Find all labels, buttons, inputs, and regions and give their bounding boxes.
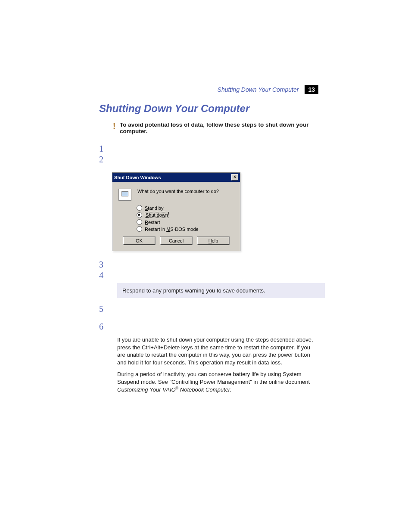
shutdown-dialog: Shut Down Windows × What do you want the… [112,172,240,251]
help-button[interactable]: Help [197,237,229,245]
document-page: Shutting Down Your Computer 13 Shutting … [0,0,411,532]
step-4: 4 [99,271,318,280]
header-rule [99,82,318,82]
close-icon[interactable]: × [231,174,238,180]
step-5: 5 [99,304,318,314]
step-6: 6 [99,322,318,332]
paragraph-unable: If you are unable to shut down your comp… [117,336,318,366]
section-title: Shutting Down Your Computer [99,103,318,115]
step-3: 3 [99,260,318,270]
option-shutdown[interactable]: Shut down [137,212,234,218]
dialog-body: What do you want the computer to do? Sta… [112,182,240,251]
dialog-title: Shut Down Windows [114,175,161,180]
dialog-question: What do you want the computer to do? [137,189,219,194]
ok-button[interactable]: OK [123,237,155,245]
running-header: Shutting Down Your Computer 13 [218,85,318,94]
step-number: 2 [99,155,105,165]
option-restart[interactable]: Restart [137,219,234,225]
monitor-icon [118,189,131,201]
dialog-titlebar: Shut Down Windows × [112,173,240,182]
paragraph-suspend: During a period of inactivity, you can c… [117,370,318,394]
steps-list: 1 2 Shut Down Windows × What do you want… [99,144,318,394]
step-number: 4 [99,271,105,280]
cancel-button[interactable]: Cancel [160,237,192,245]
option-msdos[interactable]: Restart in MS-DOS mode [137,226,234,232]
step-number: 5 [99,304,105,314]
page-number: 13 [305,85,318,94]
note-box: Respond to any prompts warning you to sa… [117,283,325,298]
warning-row: ! To avoid potential loss of data, follo… [113,121,318,134]
radio-icon[interactable] [137,219,142,225]
running-title: Shutting Down Your Computer [218,86,299,93]
warning-text: To avoid potential loss of data, follow … [120,121,318,134]
radio-icon[interactable] [137,205,142,211]
radio-icon[interactable] [137,226,142,232]
step-number: 3 [99,260,105,270]
step-number: 6 [99,322,105,332]
radio-icon[interactable] [137,212,142,218]
warning-icon: ! [113,122,115,130]
radio-options: Stand by Shut down Restart Restart [137,205,234,232]
content-area: Shutting Down Your Computer ! To avoid p… [99,103,318,394]
step-2: 2 [99,155,318,165]
dialog-buttons: OK Cancel Help [118,237,234,245]
step-1: 1 [99,144,318,154]
step-number: 1 [99,144,105,154]
option-standby[interactable]: Stand by [137,205,234,211]
